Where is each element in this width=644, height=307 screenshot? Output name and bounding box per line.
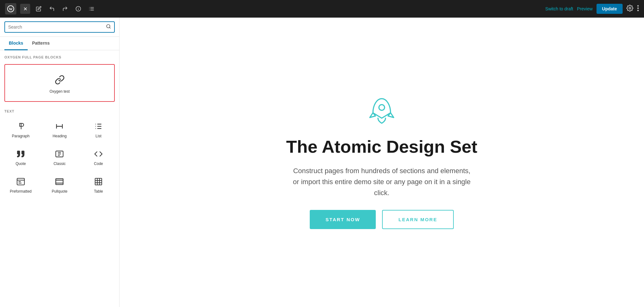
- pullquote-icon: [55, 176, 64, 187]
- page-content: The Atomic Design Set Construct pages fr…: [262, 96, 501, 229]
- search-input[interactable]: [8, 25, 103, 30]
- svg-point-11: [629, 7, 631, 9]
- tab-blocks[interactable]: Blocks: [4, 37, 28, 50]
- oxygen-blocks-section: Oxygen test: [4, 64, 115, 102]
- heading-label: Heading: [53, 134, 67, 138]
- wp-logo-button[interactable]: W: [5, 3, 16, 14]
- svg-rect-31: [56, 179, 63, 185]
- svg-line-16: [109, 27, 110, 28]
- topbar-left: W ✕: [5, 3, 96, 14]
- preformatted-icon: [16, 176, 25, 187]
- search-bar: [0, 18, 119, 37]
- cta-buttons: START NOW LEARN MORE: [310, 210, 453, 229]
- pullquote-label: Pullquote: [52, 189, 67, 194]
- tabs: Blocks Patterns: [0, 37, 119, 50]
- block-heading[interactable]: Heading: [40, 116, 79, 143]
- svg-point-13: [637, 7, 639, 9]
- main-layout: Blocks Patterns OXYGEN FULL PAGE BLOCKS …: [0, 18, 644, 307]
- svg-point-12: [637, 5, 639, 7]
- block-quote[interactable]: Quote: [1, 143, 40, 171]
- svg-point-14: [637, 10, 639, 11]
- more-options-button[interactable]: [637, 5, 639, 13]
- block-list[interactable]: List: [79, 116, 118, 143]
- redo-button[interactable]: [60, 5, 70, 13]
- search-icon: [106, 24, 111, 30]
- preview-button[interactable]: Preview: [577, 6, 593, 11]
- close-button[interactable]: ✕: [20, 4, 30, 14]
- rocket-icon: [366, 96, 397, 128]
- block-paragraph[interactable]: Paragraph: [1, 116, 40, 143]
- text-section-label: TEXT: [0, 104, 119, 116]
- paragraph-icon: [16, 121, 25, 132]
- pen-icon-button[interactable]: [34, 5, 43, 13]
- code-icon: [94, 148, 103, 160]
- oxygen-test-block[interactable]: Oxygen test: [9, 70, 110, 96]
- heading-icon: [55, 121, 64, 132]
- list-view-button[interactable]: [87, 5, 96, 13]
- table-label: Table: [94, 189, 103, 194]
- list-icon: [94, 121, 103, 132]
- code-label: Code: [94, 162, 103, 166]
- undo-button[interactable]: [47, 5, 57, 13]
- list-label: List: [96, 134, 102, 138]
- paragraph-label: Paragraph: [12, 134, 30, 138]
- page-title: The Atomic Design Set: [286, 137, 477, 156]
- preformatted-label: Preformatted: [10, 189, 31, 194]
- content-area: The Atomic Design Set Construct pages fr…: [119, 18, 644, 307]
- block-classic[interactable]: Classic: [40, 143, 79, 171]
- svg-text:W: W: [9, 7, 13, 11]
- settings-icon-button[interactable]: [626, 5, 633, 13]
- block-pullquote[interactable]: Pullquote: [40, 171, 79, 199]
- tab-patterns[interactable]: Patterns: [28, 37, 54, 50]
- svg-rect-34: [95, 178, 102, 185]
- page-subtitle: Construct pages from hundreds of section…: [291, 165, 473, 199]
- sidebar: Blocks Patterns OXYGEN FULL PAGE BLOCKS …: [0, 18, 119, 307]
- block-preformatted[interactable]: Preformatted: [1, 171, 40, 199]
- search-input-wrap: [4, 21, 115, 33]
- text-blocks-grid: Paragraph Heading List: [0, 116, 119, 199]
- oxygen-test-label: Oxygen test: [49, 89, 69, 94]
- switch-to-draft-button[interactable]: Switch to draft: [545, 6, 573, 11]
- block-code[interactable]: Code: [79, 143, 118, 171]
- update-button[interactable]: Update: [597, 4, 623, 14]
- topbar-right: Switch to draft Preview Update: [545, 4, 639, 14]
- quote-label: Quote: [15, 162, 26, 166]
- block-table[interactable]: Table: [79, 171, 118, 199]
- table-icon: [94, 176, 103, 187]
- classic-icon: [55, 148, 64, 160]
- info-button[interactable]: [74, 5, 83, 13]
- oxygen-test-icon: [52, 72, 67, 87]
- oxygen-section-label: OXYGEN FULL PAGE BLOCKS: [0, 50, 119, 62]
- topbar: W ✕ Switch to draft Preview Update: [0, 0, 644, 18]
- svg-point-39: [379, 105, 385, 110]
- quote-icon: [16, 148, 25, 160]
- start-now-button[interactable]: START NOW: [310, 210, 376, 229]
- learn-more-button[interactable]: LEARN MORE: [382, 210, 453, 229]
- classic-label: Classic: [53, 162, 66, 166]
